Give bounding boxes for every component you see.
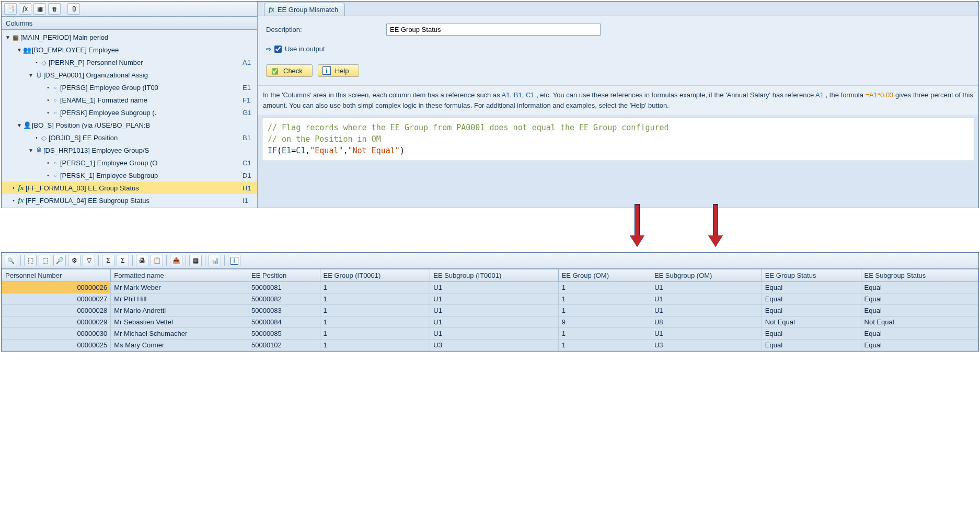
tab-ee-group-mismatch[interactable]: fx EE Group Mismatch [264, 3, 345, 16]
find-icon[interactable]: 🔎 [53, 255, 66, 266]
filter-icon[interactable]: ⚙ [68, 255, 80, 266]
table-cell: 00000027 [2, 293, 111, 305]
tree-node-icon: ◇ [39, 59, 49, 66]
description-input[interactable] [386, 24, 601, 36]
table-cell: 1 [558, 305, 651, 316]
column-header[interactable]: EE Subgroup Status [861, 269, 978, 282]
table-row[interactable]: 00000025Ms Mary Conner500001021U31U3Equa… [2, 340, 978, 351]
result-grid[interactable]: Personnel NumberFormatted nameEE Positio… [2, 269, 978, 351]
column-header[interactable]: EE Subgroup (IT0001) [430, 269, 558, 282]
tree-node-ref: G1 [240, 109, 255, 117]
tree-node-icon: 👥 [22, 46, 32, 54]
column-header[interactable]: EE Group (IT0001) [320, 269, 430, 282]
table-cell: 1 [558, 293, 651, 305]
tree-item[interactable]: ▼👤[BO_S] Position (via /USE/BO_PLAN:B [2, 119, 257, 131]
table-cell: Equal [762, 328, 861, 340]
grid-info-icon[interactable]: i [228, 255, 240, 266]
collapse-icon[interactable]: 📑 [4, 3, 17, 15]
column-header[interactable]: EE Position [248, 269, 320, 282]
tree-node-ref: A1 [240, 59, 255, 66]
help-button[interactable]: i Help [318, 64, 359, 77]
use-in-output-label: Use in output [285, 45, 325, 53]
tab-label: EE Group Mismatch [278, 6, 338, 14]
table-cell: U1 [430, 316, 558, 328]
check-button[interactable]: Check [266, 64, 313, 77]
table-row[interactable]: 00000026Mr Mark Weber500000811U11U1Equal… [2, 282, 978, 293]
tree-item[interactable]: ▼🛢[DS_HRP1013] Employee Group/S [2, 144, 257, 156]
table-cell: Equal [762, 340, 861, 351]
column-header[interactable]: Formatted name [111, 269, 248, 282]
tree-item[interactable]: •▫[PERSG_1] Employee Group (OC1 [2, 156, 257, 169]
layout-change-icon[interactable]: ▦ [189, 255, 202, 266]
details-icon[interactable] [5, 255, 17, 266]
view-icon[interactable]: 📋 [151, 255, 163, 266]
use-in-output-checkbox[interactable] [274, 46, 282, 53]
table-cell: Equal [861, 328, 978, 340]
tree-item[interactable]: •fx[FF_FORMULA_03] EE Group StatusH1 [2, 182, 257, 194]
sort-asc-icon[interactable]: ⬚ [24, 255, 37, 266]
tree-item[interactable]: ▼▦[MAIN_PERIOD] Main period [2, 31, 257, 43]
tree-item[interactable]: •▫[PERSK_1] Employee SubgroupD1 [2, 169, 257, 182]
table-row[interactable]: 00000028Mr Mario Andretti500000831U11U1E… [2, 305, 978, 316]
tree-node-label: [ENAME_1] Formatted name [60, 96, 240, 104]
column-header[interactable]: EE Subgroup (OM) [651, 269, 762, 282]
table-cell: Equal [762, 282, 861, 293]
table-cell: 50000084 [248, 316, 320, 328]
formula-panel: fx EE Group Mismatch Description: ⇨ Use … [258, 2, 978, 208]
tree-item[interactable]: •◇[OBJID_S] EE PositionB1 [2, 131, 257, 144]
output-icon: ⇨ [266, 46, 271, 53]
table-cell: 1 [320, 293, 430, 305]
column-header[interactable]: EE Group Status [762, 269, 861, 282]
tree-node-label: [FF_FORMULA_03] EE Group Status [26, 184, 240, 192]
database-icon[interactable] [67, 3, 80, 15]
check-icon [271, 66, 279, 75]
table-cell: 1 [320, 340, 430, 351]
table-cell: U1 [430, 305, 558, 316]
table-cell: Ms Mary Conner [111, 340, 248, 351]
fx-icon: fx [269, 5, 274, 14]
tree-node-label: [PERSK] Employee Subgroup (. [60, 109, 240, 117]
table-row[interactable]: 00000030Mr Michael Schumacher500000851U1… [2, 328, 978, 340]
tree-item[interactable]: •▫[PERSK] Employee Subgroup (.G1 [2, 106, 257, 119]
print-icon[interactable]: 🖶 [136, 255, 148, 266]
table-row[interactable]: 00000029Mr Sebastien Vettel500000841U19U… [2, 316, 978, 328]
tree-item[interactable]: •◇[PERNR_P] Personnel NumberA1 [2, 56, 257, 69]
table-cell: Equal [861, 305, 978, 316]
formula-code-editor[interactable]: // Flag records where the EE Group from … [262, 118, 974, 161]
table-cell: Equal [762, 305, 861, 316]
delete-icon[interactable] [48, 3, 61, 15]
table-header-row: Personnel NumberFormatted nameEE Positio… [2, 269, 978, 282]
table-row[interactable]: 00000027Mr Phil Hill500000821U11U1EqualE… [2, 293, 978, 305]
tree-node-label: [DS_HRP1013] Employee Group/S [43, 146, 240, 154]
tree-item[interactable]: •fx[FF_FORMULA_04] EE Subgroup StatusI1 [2, 194, 257, 207]
tree-item[interactable]: •▫[ENAME_1] Formatted nameF1 [2, 94, 257, 106]
column-header[interactable]: Personnel Number [2, 269, 111, 282]
column-header[interactable]: EE Group (OM) [558, 269, 651, 282]
sum-icon[interactable]: Σ [102, 255, 114, 266]
table-cell: 1 [558, 328, 651, 340]
tree-node-label: [PERSG_1] Employee Group (O [60, 159, 240, 167]
table-cell: U1 [430, 328, 558, 340]
table-cell: Equal [861, 282, 978, 293]
tree-item[interactable]: ▼🛢[DS_PA0001] Organizational Assig [2, 69, 257, 81]
table-cell: 1 [558, 282, 651, 293]
tree-node-ref: B1 [240, 134, 255, 142]
columns-panel: 📑 fx ▦ Columns ▼▦[MAIN_PERIOD] Main peri… [2, 2, 258, 208]
columns-tree[interactable]: ▼▦[MAIN_PERIOD] Main period▼👥[BO_EMPLOYE… [2, 30, 257, 208]
table-cell: Mr Mark Weber [111, 282, 248, 293]
table-cell: U1 [430, 282, 558, 293]
table-cell: 9 [558, 316, 651, 328]
filter2-icon[interactable]: ▽ [83, 255, 95, 266]
sort-desc-icon[interactable]: ⬚ [39, 255, 51, 266]
table-cell: 00000029 [2, 316, 111, 328]
tree-item[interactable]: •▫[PERSG] Employee Group (IT00E1 [2, 81, 257, 94]
table-cell: Equal [861, 293, 978, 305]
formula-copy-icon[interactable]: fx [19, 3, 31, 15]
formula-editor-panel: 📑 fx ▦ Columns ▼▦[MAIN_PERIOD] Main peri… [1, 1, 979, 208]
export-icon[interactable]: 📤 [170, 255, 182, 266]
subtotal-icon[interactable]: Σ [117, 255, 129, 266]
layout-icon[interactable]: ▦ [33, 3, 46, 15]
chart-icon[interactable]: 📊 [209, 255, 221, 266]
table-cell: 00000030 [2, 328, 111, 340]
tree-item[interactable]: ▼👥[BO_EMPLOYEE] Employee [2, 43, 257, 56]
